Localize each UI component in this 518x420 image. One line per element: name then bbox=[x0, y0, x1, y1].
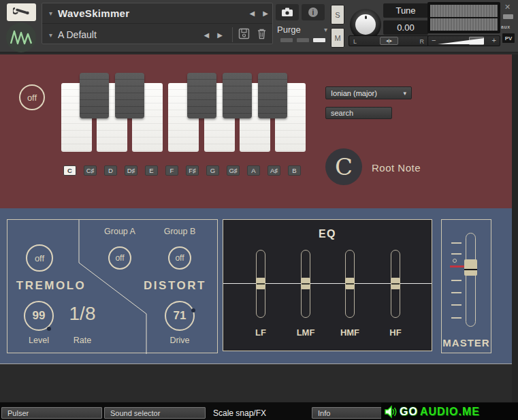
root-note-display[interactable]: C bbox=[325, 148, 362, 185]
note-button-f[interactable]: F bbox=[165, 165, 178, 176]
snapshot-camera-button[interactable] bbox=[276, 4, 299, 20]
svg-text:i: i bbox=[312, 9, 314, 16]
camera-icon bbox=[281, 7, 293, 17]
fx-section: Group A Group B off off off TREMOLO DIST… bbox=[0, 208, 518, 364]
instrument-row: ▾ WaveSkimmer ◀ ▶ bbox=[42, 3, 272, 24]
note-button-e[interactable]: E bbox=[145, 165, 158, 176]
volume-slider[interactable]: − + bbox=[427, 35, 500, 46]
note-button-dsharp[interactable]: D♯ bbox=[125, 165, 137, 176]
info-button[interactable]: i bbox=[302, 4, 325, 20]
master-label: MASTER bbox=[442, 337, 491, 349]
eq-hmf-handle[interactable] bbox=[345, 278, 355, 289]
scale-snap-section: off C C♯ D D♯ E F F♯ G G♯ A A♯ B Ionian … bbox=[0, 54, 518, 208]
tremolo-distort-panel: Group A Group B off off off TREMOLO DIST… bbox=[7, 219, 218, 353]
eq-lmf-handle[interactable] bbox=[301, 278, 310, 289]
distort-drive-knob[interactable]: 71 bbox=[165, 301, 195, 331]
divider bbox=[232, 27, 233, 42]
prev-preset-button[interactable]: ◀ bbox=[200, 30, 214, 40]
tremolo-title: TREMOLO bbox=[12, 279, 91, 293]
next-preset-button[interactable]: ▶ bbox=[213, 30, 227, 40]
note-button-c[interactable]: C bbox=[63, 165, 76, 176]
note-button-gsharp[interactable]: G♯ bbox=[227, 165, 240, 176]
note-button-g[interactable]: G bbox=[206, 165, 219, 176]
purge-meter bbox=[280, 38, 293, 42]
watermark-go-text: GO bbox=[400, 406, 418, 418]
delete-preset-icon[interactable] bbox=[257, 28, 267, 42]
minimize-button[interactable] bbox=[503, 14, 513, 19]
next-instrument-button[interactable]: ▶ bbox=[259, 8, 272, 18]
black-key-asharp[interactable] bbox=[258, 73, 287, 118]
eq-band-hmf-label: HMF bbox=[336, 327, 363, 338]
eq-hf-handle[interactable] bbox=[391, 278, 400, 289]
save-preset-icon[interactable] bbox=[238, 28, 250, 42]
instrument-dropdown-caret[interactable]: ▾ bbox=[49, 10, 52, 17]
pan-slider[interactable]: L R ◂|▸ bbox=[349, 35, 429, 46]
tab-pulser[interactable]: Pulser bbox=[1, 407, 102, 419]
scale-type-dropdown[interactable]: Ionian (major) ▾ bbox=[325, 86, 412, 99]
group-a-power-button[interactable]: off bbox=[108, 246, 131, 270]
pan-right-label: R bbox=[420, 38, 425, 45]
master-fader-handle[interactable] bbox=[464, 259, 477, 276]
prev-instrument-button[interactable]: ◀ bbox=[246, 8, 259, 18]
level-meter-left bbox=[430, 5, 498, 17]
kontakt-header: ▾ WaveSkimmer ◀ ▶ ▾ A Default ◀ ▶ bbox=[0, 0, 518, 53]
group-a-label: Group A bbox=[89, 227, 150, 236]
black-key-gsharp[interactable] bbox=[223, 73, 252, 118]
tremolo-level-knob[interactable]: 99 bbox=[24, 301, 54, 331]
group-b-power-button[interactable]: off bbox=[168, 246, 191, 270]
eq-band-hf-label: HF bbox=[382, 327, 409, 338]
black-key-fsharp[interactable] bbox=[187, 73, 216, 118]
output-level-meters bbox=[427, 2, 500, 33]
preset-name: A Default bbox=[58, 29, 97, 40]
aux-button[interactable]: aux bbox=[501, 25, 511, 29]
instrument-name: WaveSkimmer bbox=[58, 7, 129, 19]
knob-position-dot bbox=[191, 308, 195, 312]
fader-tick bbox=[451, 304, 462, 306]
tune-knob-pointer bbox=[365, 16, 367, 19]
tremolo-level-value: 99 bbox=[33, 309, 46, 323]
scale-search-input[interactable] bbox=[325, 107, 392, 119]
speaker-icon bbox=[384, 405, 398, 419]
scale-power-button[interactable]: off bbox=[19, 84, 45, 110]
mute-button[interactable]: M bbox=[331, 28, 344, 48]
instrument-header-box: ▾ WaveSkimmer ◀ ▶ ▾ A Default ◀ ▶ bbox=[42, 3, 273, 44]
eq-lf-handle[interactable] bbox=[256, 278, 265, 289]
note-button-asharp[interactable]: A♯ bbox=[268, 165, 280, 176]
tremolo-rate-label: Rate bbox=[55, 336, 110, 345]
fader-tick bbox=[451, 242, 462, 244]
tremolo-rate-value[interactable]: 1/8 bbox=[61, 303, 104, 325]
black-key-dsharp[interactable] bbox=[115, 73, 144, 118]
purge-meter bbox=[297, 38, 309, 42]
tune-value[interactable]: 0.00 bbox=[383, 20, 428, 35]
volume-minus[interactable]: − bbox=[432, 36, 436, 44]
volume-plus[interactable]: + bbox=[492, 36, 496, 44]
note-button-a[interactable]: A bbox=[247, 165, 260, 176]
info-icon: i bbox=[308, 7, 319, 18]
knob-position-dot bbox=[47, 327, 51, 331]
solo-button[interactable]: S bbox=[331, 5, 344, 25]
tab-scale-snap-fx[interactable]: Scale snap/FX bbox=[208, 407, 310, 419]
kontakt-instrument-window: ▾ WaveSkimmer ◀ ▶ ▾ A Default ◀ ▶ bbox=[0, 0, 518, 420]
master-fader-track[interactable] bbox=[466, 233, 476, 327]
waveform-mw-icon bbox=[10, 29, 33, 46]
tremolo-power-button[interactable]: off bbox=[26, 244, 53, 272]
close-button[interactable]: ✕ bbox=[504, 3, 511, 12]
pv-button[interactable]: PV bbox=[502, 33, 515, 43]
note-button-d[interactable]: D bbox=[104, 165, 117, 176]
note-button-csharp[interactable]: C♯ bbox=[84, 165, 97, 176]
root-note-label: Root Note bbox=[372, 162, 421, 174]
preset-dropdown-caret[interactable]: ▾ bbox=[49, 31, 52, 39]
note-button-fsharp[interactable]: F♯ bbox=[186, 165, 199, 176]
edit-instrument-button[interactable] bbox=[7, 3, 36, 21]
black-key-csharp[interactable] bbox=[80, 73, 109, 118]
pan-handle[interactable]: ◂|▸ bbox=[380, 37, 398, 45]
eq-title: EQ bbox=[223, 228, 432, 240]
purge-caret-icon: ▾ bbox=[324, 26, 327, 33]
distort-drive-label: Drive bbox=[152, 336, 207, 345]
purge-meter bbox=[313, 38, 325, 42]
tab-sound-selector[interactable]: Sound selector bbox=[104, 407, 206, 419]
purge-menu[interactable]: Purge ▾ bbox=[277, 23, 333, 35]
note-button-b[interactable]: B bbox=[288, 165, 301, 176]
group-b-label: Group B bbox=[149, 227, 210, 236]
bottom-spacer-area bbox=[0, 364, 518, 402]
